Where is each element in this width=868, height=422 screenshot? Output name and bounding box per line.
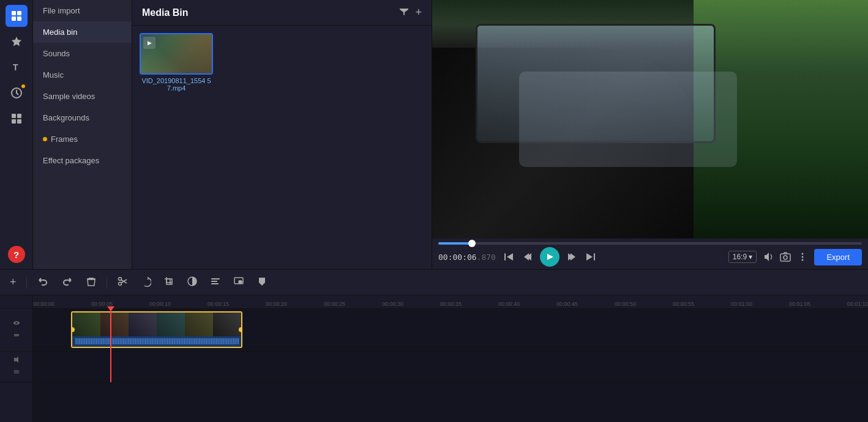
video-track bbox=[33, 309, 868, 352]
delete-button[interactable] bbox=[83, 273, 99, 292]
sidebar-item-frames[interactable]: Frames bbox=[33, 128, 132, 150]
crop-button[interactable] bbox=[161, 273, 177, 292]
sidebar-label-music: Music bbox=[43, 70, 64, 80]
sidebar: File import Media bin Sounds Music Sampl… bbox=[33, 0, 132, 269]
audio-track bbox=[33, 352, 868, 382]
next-frame-button[interactable] bbox=[567, 251, 578, 262]
export-button[interactable]: Export bbox=[814, 249, 862, 265]
preview-area: 00:00:06.870 bbox=[432, 0, 868, 269]
svg-rect-6 bbox=[12, 114, 16, 118]
video-track-eye[interactable] bbox=[12, 319, 21, 329]
align-button[interactable] bbox=[208, 273, 223, 292]
clip-handle-right[interactable] bbox=[239, 327, 242, 332]
svg-point-14 bbox=[802, 253, 804, 255]
ruler-mark-2: 00:00:10 bbox=[149, 301, 171, 307]
car-interior bbox=[432, 48, 694, 239]
sidebar-item-sample-videos[interactable]: Sample videos bbox=[33, 86, 132, 107]
skip-to-start-button[interactable] bbox=[503, 251, 514, 262]
clip-frame-4 bbox=[157, 313, 185, 336]
sidebar-label-media-bin: Media bin bbox=[43, 28, 77, 37]
more-options-button[interactable] bbox=[797, 251, 808, 262]
media-panel-actions: + bbox=[399, 6, 422, 19]
add-track-button[interactable]: + bbox=[7, 273, 19, 291]
media-panel: Media Bin + ▶ bbox=[132, 0, 432, 269]
svg-rect-25 bbox=[211, 283, 219, 284]
svg-rect-23 bbox=[211, 278, 220, 279]
sidebar-item-backgrounds[interactable]: Backgrounds bbox=[33, 107, 132, 128]
preview-controls: 00:00:06.870 bbox=[432, 245, 868, 269]
play-pause-button[interactable] bbox=[540, 247, 559, 267]
add-media-icon[interactable]: + bbox=[415, 6, 422, 19]
pip-button[interactable] bbox=[231, 273, 247, 292]
sidebar-item-effect-packages[interactable]: Effect packages bbox=[33, 150, 132, 171]
volume-button[interactable] bbox=[763, 251, 774, 262]
sidebar-item-sounds[interactable]: Sounds bbox=[33, 43, 132, 64]
media-grid: ▶ VID_20190811_1554 57.mp4 bbox=[132, 26, 432, 99]
sidebar-label-effect-packages: Effect packages bbox=[43, 156, 99, 165]
main-content: Media Bin + ▶ bbox=[132, 0, 868, 269]
video-track-controls bbox=[0, 309, 32, 352]
color-button[interactable] bbox=[184, 273, 200, 292]
clip-frames bbox=[72, 313, 241, 336]
svg-rect-12 bbox=[780, 254, 790, 261]
timeline-area: + bbox=[0, 269, 868, 422]
svg-rect-8 bbox=[12, 119, 16, 124]
ruler-mark-12: 00:01:00 bbox=[731, 301, 752, 307]
filter-icon[interactable] bbox=[399, 7, 409, 19]
svg-point-19 bbox=[118, 282, 121, 285]
rotate-button[interactable] bbox=[138, 273, 154, 292]
video-frame bbox=[432, 0, 868, 239]
sidebar-label-sample-videos: Sample videos bbox=[43, 92, 95, 101]
sidebar-label-file-import: File import bbox=[43, 6, 80, 15]
svg-rect-21 bbox=[166, 279, 172, 284]
sidebar-label-frames: Frames bbox=[51, 135, 78, 144]
icon-grid[interactable] bbox=[6, 108, 28, 130]
icon-recent[interactable] bbox=[6, 82, 28, 104]
car-window bbox=[476, 24, 716, 143]
icon-title[interactable]: T bbox=[6, 56, 28, 78]
cut-button[interactable] bbox=[114, 273, 130, 292]
icon-add-project[interactable] bbox=[6, 5, 28, 27]
clip-frame-6 bbox=[213, 313, 241, 336]
clip-frame-2 bbox=[100, 313, 129, 336]
ruler-mark-7: 00:00:35 bbox=[440, 301, 462, 307]
playhead[interactable] bbox=[110, 309, 111, 382]
prev-frame-button[interactable] bbox=[522, 251, 533, 262]
sidebar-item-file-import[interactable]: File import bbox=[33, 0, 132, 21]
aspect-ratio-button[interactable]: 16:9 ▾ bbox=[728, 251, 757, 263]
clip-frame-1 bbox=[72, 313, 100, 336]
timeline-left-col bbox=[0, 295, 33, 422]
svg-rect-11 bbox=[594, 253, 595, 261]
play-overlay: ▶ bbox=[143, 37, 155, 49]
audio-expand[interactable] bbox=[12, 368, 21, 378]
preview-right-controls: 16:9 ▾ bbox=[728, 249, 862, 265]
marker-button[interactable] bbox=[254, 273, 270, 292]
media-item[interactable]: ▶ VID_20190811_1554 57.mp4 bbox=[140, 33, 213, 92]
sidebar-item-media-bin[interactable]: Media bin bbox=[33, 21, 132, 43]
video-track-expand[interactable] bbox=[12, 331, 21, 341]
icon-star[interactable] bbox=[6, 31, 28, 53]
ruler-mark-13: 00:01:05 bbox=[789, 301, 810, 307]
help-button[interactable]: ? bbox=[8, 246, 25, 263]
ruler-spacer bbox=[0, 295, 32, 309]
top-area: T ? File import Media bin bbox=[0, 0, 868, 269]
redo-button[interactable] bbox=[59, 273, 76, 292]
undo-button[interactable] bbox=[34, 273, 51, 292]
icon-bar: T ? bbox=[0, 0, 33, 269]
clip-frame-3 bbox=[129, 313, 157, 336]
audio-icon[interactable] bbox=[12, 355, 21, 366]
progress-thumb[interactable] bbox=[468, 240, 476, 247]
media-filename: VID_20190811_1554 57.mp4 bbox=[140, 77, 213, 92]
video-clip[interactable] bbox=[71, 311, 242, 348]
media-panel-title: Media Bin bbox=[142, 7, 189, 18]
skip-to-end-button[interactable] bbox=[585, 251, 596, 262]
sidebar-item-music[interactable]: Music bbox=[33, 64, 132, 86]
ruler-mark-8: 00:00:40 bbox=[498, 301, 520, 307]
video-thumbnail: ▶ bbox=[141, 34, 212, 73]
svg-rect-18 bbox=[89, 278, 94, 279]
svg-rect-9 bbox=[17, 119, 21, 124]
video-track-content bbox=[33, 309, 868, 351]
screenshot-button[interactable] bbox=[780, 251, 791, 262]
progress-bar[interactable] bbox=[438, 242, 862, 245]
time-ruler[interactable]: 00:00:0000:00:0500:00:1000:00:1500:00:20… bbox=[33, 295, 868, 309]
